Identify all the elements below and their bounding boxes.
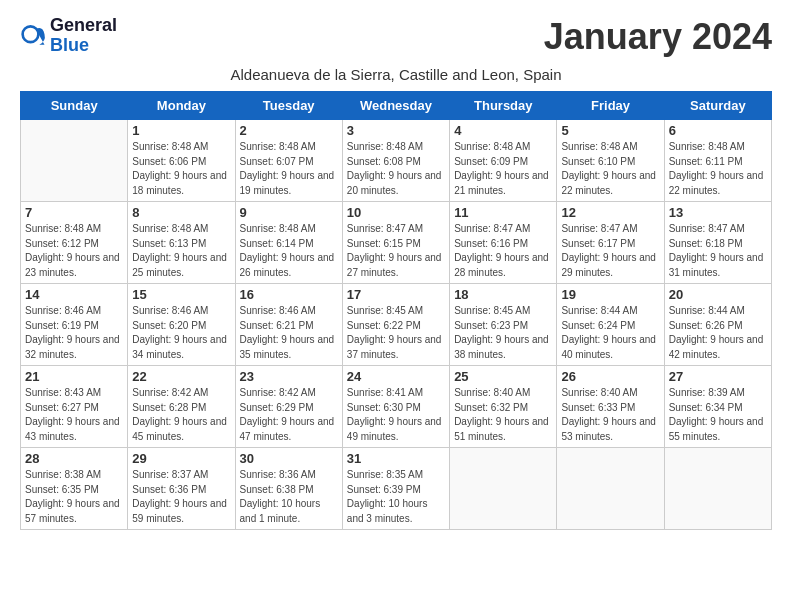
calendar-cell: 4Sunrise: 8:48 AM Sunset: 6:09 PM Daylig… — [450, 120, 557, 202]
calendar-cell: 14Sunrise: 8:46 AM Sunset: 6:19 PM Dayli… — [21, 284, 128, 366]
calendar-cell: 25Sunrise: 8:40 AM Sunset: 6:32 PM Dayli… — [450, 366, 557, 448]
calendar-cell: 26Sunrise: 8:40 AM Sunset: 6:33 PM Dayli… — [557, 366, 664, 448]
calendar-cell: 3Sunrise: 8:48 AM Sunset: 6:08 PM Daylig… — [342, 120, 449, 202]
calendar-cell: 27Sunrise: 8:39 AM Sunset: 6:34 PM Dayli… — [664, 366, 771, 448]
month-title: January 2024 — [544, 16, 772, 58]
calendar-cell: 2Sunrise: 8:48 AM Sunset: 6:07 PM Daylig… — [235, 120, 342, 202]
calendar-cell — [21, 120, 128, 202]
day-detail: Sunrise: 8:48 AM Sunset: 6:09 PM Dayligh… — [454, 140, 552, 198]
calendar-cell: 13Sunrise: 8:47 AM Sunset: 6:18 PM Dayli… — [664, 202, 771, 284]
calendar-cell — [450, 448, 557, 530]
day-detail: Sunrise: 8:48 AM Sunset: 6:07 PM Dayligh… — [240, 140, 338, 198]
day-number: 11 — [454, 205, 552, 220]
day-detail: Sunrise: 8:48 AM Sunset: 6:14 PM Dayligh… — [240, 222, 338, 280]
calendar-cell: 15Sunrise: 8:46 AM Sunset: 6:20 PM Dayli… — [128, 284, 235, 366]
logo: General Blue — [20, 16, 117, 56]
location: Aldeanueva de la Sierra, Castille and Le… — [20, 66, 772, 83]
day-detail: Sunrise: 8:42 AM Sunset: 6:28 PM Dayligh… — [132, 386, 230, 444]
day-number: 6 — [669, 123, 767, 138]
day-number: 24 — [347, 369, 445, 384]
day-detail: Sunrise: 8:38 AM Sunset: 6:35 PM Dayligh… — [25, 468, 123, 526]
calendar-cell: 7Sunrise: 8:48 AM Sunset: 6:12 PM Daylig… — [21, 202, 128, 284]
calendar-cell: 6Sunrise: 8:48 AM Sunset: 6:11 PM Daylig… — [664, 120, 771, 202]
day-detail: Sunrise: 8:47 AM Sunset: 6:17 PM Dayligh… — [561, 222, 659, 280]
calendar-table: Sunday Monday Tuesday Wednesday Thursday… — [20, 91, 772, 530]
day-number: 13 — [669, 205, 767, 220]
day-detail: Sunrise: 8:48 AM Sunset: 6:12 PM Dayligh… — [25, 222, 123, 280]
day-number: 28 — [25, 451, 123, 466]
col-thursday: Thursday — [450, 92, 557, 120]
day-number: 23 — [240, 369, 338, 384]
calendar-week-row: 14Sunrise: 8:46 AM Sunset: 6:19 PM Dayli… — [21, 284, 772, 366]
day-detail: Sunrise: 8:40 AM Sunset: 6:33 PM Dayligh… — [561, 386, 659, 444]
calendar-cell: 10Sunrise: 8:47 AM Sunset: 6:15 PM Dayli… — [342, 202, 449, 284]
calendar-cell: 16Sunrise: 8:46 AM Sunset: 6:21 PM Dayli… — [235, 284, 342, 366]
day-detail: Sunrise: 8:45 AM Sunset: 6:22 PM Dayligh… — [347, 304, 445, 362]
calendar-week-row: 28Sunrise: 8:38 AM Sunset: 6:35 PM Dayli… — [21, 448, 772, 530]
day-detail: Sunrise: 8:48 AM Sunset: 6:11 PM Dayligh… — [669, 140, 767, 198]
col-monday: Monday — [128, 92, 235, 120]
day-number: 21 — [25, 369, 123, 384]
day-detail: Sunrise: 8:48 AM Sunset: 6:10 PM Dayligh… — [561, 140, 659, 198]
col-friday: Friday — [557, 92, 664, 120]
day-number: 19 — [561, 287, 659, 302]
col-sunday: Sunday — [21, 92, 128, 120]
day-number: 2 — [240, 123, 338, 138]
day-detail: Sunrise: 8:42 AM Sunset: 6:29 PM Dayligh… — [240, 386, 338, 444]
day-detail: Sunrise: 8:47 AM Sunset: 6:18 PM Dayligh… — [669, 222, 767, 280]
calendar-cell: 23Sunrise: 8:42 AM Sunset: 6:29 PM Dayli… — [235, 366, 342, 448]
day-detail: Sunrise: 8:43 AM Sunset: 6:27 PM Dayligh… — [25, 386, 123, 444]
calendar-cell — [557, 448, 664, 530]
day-detail: Sunrise: 8:48 AM Sunset: 6:06 PM Dayligh… — [132, 140, 230, 198]
day-number: 14 — [25, 287, 123, 302]
calendar-cell: 17Sunrise: 8:45 AM Sunset: 6:22 PM Dayli… — [342, 284, 449, 366]
day-number: 31 — [347, 451, 445, 466]
day-number: 15 — [132, 287, 230, 302]
title-block: January 2024 — [544, 16, 772, 58]
calendar-cell: 5Sunrise: 8:48 AM Sunset: 6:10 PM Daylig… — [557, 120, 664, 202]
day-detail: Sunrise: 8:39 AM Sunset: 6:34 PM Dayligh… — [669, 386, 767, 444]
day-number: 27 — [669, 369, 767, 384]
day-number: 1 — [132, 123, 230, 138]
calendar-cell: 20Sunrise: 8:44 AM Sunset: 6:26 PM Dayli… — [664, 284, 771, 366]
day-detail: Sunrise: 8:41 AM Sunset: 6:30 PM Dayligh… — [347, 386, 445, 444]
calendar-cell: 11Sunrise: 8:47 AM Sunset: 6:16 PM Dayli… — [450, 202, 557, 284]
day-number: 26 — [561, 369, 659, 384]
day-number: 9 — [240, 205, 338, 220]
logo-icon — [20, 22, 48, 50]
day-detail: Sunrise: 8:47 AM Sunset: 6:15 PM Dayligh… — [347, 222, 445, 280]
calendar-cell: 18Sunrise: 8:45 AM Sunset: 6:23 PM Dayli… — [450, 284, 557, 366]
calendar-week-row: 21Sunrise: 8:43 AM Sunset: 6:27 PM Dayli… — [21, 366, 772, 448]
day-number: 16 — [240, 287, 338, 302]
day-detail: Sunrise: 8:46 AM Sunset: 6:20 PM Dayligh… — [132, 304, 230, 362]
calendar-cell: 12Sunrise: 8:47 AM Sunset: 6:17 PM Dayli… — [557, 202, 664, 284]
col-saturday: Saturday — [664, 92, 771, 120]
day-detail: Sunrise: 8:46 AM Sunset: 6:21 PM Dayligh… — [240, 304, 338, 362]
calendar-header-row: Sunday Monday Tuesday Wednesday Thursday… — [21, 92, 772, 120]
calendar-week-row: 7Sunrise: 8:48 AM Sunset: 6:12 PM Daylig… — [21, 202, 772, 284]
day-number: 17 — [347, 287, 445, 302]
day-number: 18 — [454, 287, 552, 302]
logo-blue: Blue — [50, 36, 117, 56]
calendar-cell: 31Sunrise: 8:35 AM Sunset: 6:39 PM Dayli… — [342, 448, 449, 530]
day-detail: Sunrise: 8:40 AM Sunset: 6:32 PM Dayligh… — [454, 386, 552, 444]
calendar-cell: 29Sunrise: 8:37 AM Sunset: 6:36 PM Dayli… — [128, 448, 235, 530]
calendar-cell: 21Sunrise: 8:43 AM Sunset: 6:27 PM Dayli… — [21, 366, 128, 448]
col-tuesday: Tuesday — [235, 92, 342, 120]
col-wednesday: Wednesday — [342, 92, 449, 120]
day-number: 4 — [454, 123, 552, 138]
calendar-cell: 8Sunrise: 8:48 AM Sunset: 6:13 PM Daylig… — [128, 202, 235, 284]
day-detail: Sunrise: 8:47 AM Sunset: 6:16 PM Dayligh… — [454, 222, 552, 280]
day-detail: Sunrise: 8:45 AM Sunset: 6:23 PM Dayligh… — [454, 304, 552, 362]
logo-text: General Blue — [50, 16, 117, 56]
day-number: 25 — [454, 369, 552, 384]
day-detail: Sunrise: 8:44 AM Sunset: 6:24 PM Dayligh… — [561, 304, 659, 362]
day-number: 7 — [25, 205, 123, 220]
day-detail: Sunrise: 8:37 AM Sunset: 6:36 PM Dayligh… — [132, 468, 230, 526]
day-number: 5 — [561, 123, 659, 138]
day-detail: Sunrise: 8:36 AM Sunset: 6:38 PM Dayligh… — [240, 468, 338, 526]
calendar-cell: 28Sunrise: 8:38 AM Sunset: 6:35 PM Dayli… — [21, 448, 128, 530]
day-number: 20 — [669, 287, 767, 302]
day-detail: Sunrise: 8:35 AM Sunset: 6:39 PM Dayligh… — [347, 468, 445, 526]
calendar-cell: 9Sunrise: 8:48 AM Sunset: 6:14 PM Daylig… — [235, 202, 342, 284]
